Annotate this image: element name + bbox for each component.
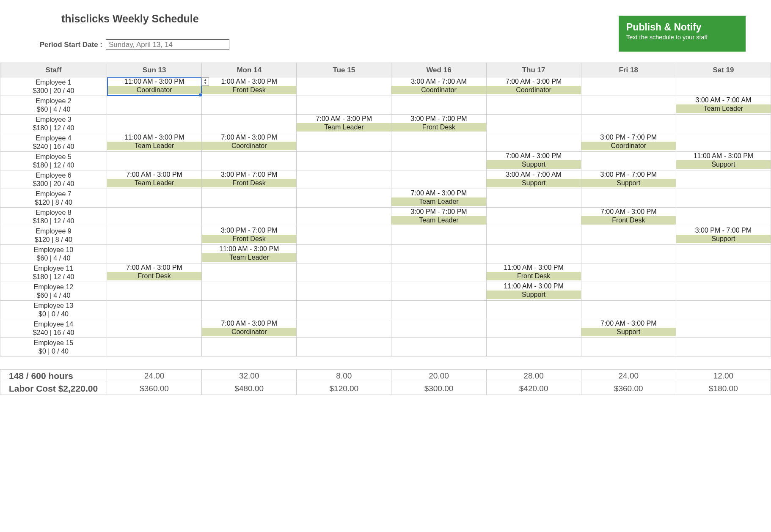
shift-cell[interactable] (581, 152, 676, 170)
shift-cell[interactable]: 3:00 PM - 7:00 PMSupport (676, 226, 771, 245)
employee-cell[interactable]: Employee 9$120 | 8 / 40 (0, 226, 107, 245)
shift-cell[interactable] (391, 226, 486, 245)
employee-cell[interactable]: Employee 12$60 | 4 / 40 (0, 282, 107, 301)
shift-cell[interactable]: 7:00 AM - 3:00 PMTeam Leader (391, 189, 486, 208)
shift-cell[interactable]: 11:00 AM - 3:00 PMSupport (676, 152, 771, 170)
shift-cell[interactable] (107, 245, 202, 263)
shift-cell[interactable]: 7:00 AM - 3:00 PMSupport (581, 319, 676, 338)
shift-cell[interactable] (676, 189, 771, 208)
shift-cell[interactable] (676, 338, 771, 356)
shift-cell[interactable] (391, 152, 486, 170)
employee-cell[interactable]: Employee 13$0 | 0 / 40 (0, 301, 107, 319)
shift-cell[interactable] (107, 226, 202, 245)
shift-cell[interactable] (202, 338, 297, 356)
shift-cell[interactable] (581, 282, 676, 301)
shift-cell[interactable]: 3:00 PM - 7:00 PMFront Desk (391, 115, 486, 133)
shift-cell[interactable] (107, 338, 202, 356)
period-start-input[interactable]: Sunday, April 13, 14 (106, 39, 229, 50)
shift-cell[interactable] (676, 133, 771, 152)
shift-cell[interactable] (676, 319, 771, 338)
shift-cell[interactable] (581, 189, 676, 208)
shift-cell[interactable] (202, 301, 297, 319)
col-fri[interactable]: Fri 18 (581, 63, 676, 77)
shift-cell[interactable] (581, 263, 676, 282)
col-thu[interactable]: Thu 17 (486, 63, 581, 77)
shift-cell[interactable]: 7:00 AM - 3:00 PMCoordinator (202, 319, 297, 338)
shift-cell[interactable] (486, 115, 581, 133)
shift-cell[interactable] (297, 208, 391, 226)
shift-cell[interactable] (297, 226, 391, 245)
shift-cell[interactable] (581, 77, 676, 96)
col-sun[interactable]: Sun 13 (107, 63, 202, 77)
shift-cell[interactable] (107, 208, 202, 226)
shift-cell[interactable] (297, 263, 391, 282)
shift-cell[interactable] (202, 282, 297, 301)
shift-cell[interactable] (676, 245, 771, 263)
shift-cell[interactable] (391, 96, 486, 115)
shift-cell[interactable] (676, 301, 771, 319)
shift-cell[interactable]: 3:00 PM - 7:00 PMSupport (581, 170, 676, 189)
shift-cell[interactable] (486, 338, 581, 356)
shift-cell[interactable] (107, 301, 202, 319)
shift-cell[interactable] (391, 170, 486, 189)
shift-cell[interactable]: 11:00 AM - 3:00 PMSupport (486, 282, 581, 301)
shift-cell[interactable] (391, 133, 486, 152)
shift-cell[interactable] (486, 245, 581, 263)
shift-cell[interactable] (202, 208, 297, 226)
shift-cell[interactable]: 3:00 AM - 7:00 AMCoordinator (391, 77, 486, 96)
shift-cell[interactable]: 3:00 PM - 7:00 PMFront Desk (202, 226, 297, 245)
shift-cell[interactable] (297, 170, 391, 189)
shift-cell[interactable]: 7:00 AM - 3:00 PMFront Desk (581, 208, 676, 226)
shift-cell[interactable]: 1:00 AM - 3:00 PMFront Desk▲▼ (202, 77, 297, 96)
shift-cell[interactable] (676, 170, 771, 189)
shift-cell[interactable]: 3:00 AM - 7:00 AMTeam Leader (676, 96, 771, 115)
shift-cell[interactable] (107, 319, 202, 338)
shift-cell[interactable] (391, 319, 486, 338)
col-staff[interactable]: Staff (0, 63, 107, 77)
shift-cell[interactable] (391, 245, 486, 263)
employee-cell[interactable]: Employee 2$60 | 4 / 40 (0, 96, 107, 115)
shift-cell[interactable] (676, 115, 771, 133)
shift-cell[interactable] (297, 133, 391, 152)
shift-cell[interactable]: 3:00 PM - 7:00 PMCoordinator (581, 133, 676, 152)
shift-cell[interactable] (297, 245, 391, 263)
shift-cell[interactable] (486, 319, 581, 338)
shift-cell[interactable] (202, 263, 297, 282)
shift-cell[interactable]: 11:00 AM - 3:00 PMTeam Leader (107, 133, 202, 152)
shift-cell[interactable] (297, 77, 391, 96)
shift-cell[interactable] (107, 189, 202, 208)
shift-cell[interactable] (676, 208, 771, 226)
employee-cell[interactable]: Employee 10$60 | 4 / 40 (0, 245, 107, 263)
shift-cell[interactable] (581, 226, 676, 245)
shift-cell[interactable] (297, 319, 391, 338)
employee-cell[interactable]: Employee 14$240 | 16 / 40 (0, 319, 107, 338)
shift-cell[interactable]: 3:00 PM - 7:00 PMTeam Leader (391, 208, 486, 226)
shift-cell[interactable] (486, 301, 581, 319)
shift-cell[interactable] (676, 77, 771, 96)
shift-cell[interactable] (581, 338, 676, 356)
shift-cell[interactable] (391, 263, 486, 282)
shift-cell[interactable]: 7:00 AM - 3:00 PMSupport (486, 152, 581, 170)
shift-cell[interactable] (297, 96, 391, 115)
shift-cell[interactable] (581, 115, 676, 133)
shift-cell[interactable]: 3:00 PM - 7:00 PMFront Desk (202, 170, 297, 189)
employee-cell[interactable]: Employee 5$180 | 12 / 40 (0, 152, 107, 170)
employee-cell[interactable]: Employee 11$180 | 12 / 40 (0, 263, 107, 282)
shift-cell[interactable] (107, 152, 202, 170)
shift-cell[interactable] (297, 338, 391, 356)
chevron-down-icon[interactable]: ▼ (204, 82, 207, 85)
shift-cell[interactable] (107, 282, 202, 301)
employee-cell[interactable]: Employee 8$180 | 12 / 40 (0, 208, 107, 226)
shift-cell[interactable] (297, 189, 391, 208)
employee-cell[interactable]: Employee 1$300 | 20 / 40 (0, 77, 107, 96)
shift-cell[interactable] (297, 282, 391, 301)
shift-cell[interactable] (202, 152, 297, 170)
col-mon[interactable]: Mon 14 (202, 63, 297, 77)
shift-cell[interactable]: 3:00 AM - 7:00 AMSupport (486, 170, 581, 189)
shift-cell[interactable] (202, 96, 297, 115)
shift-cell[interactable] (202, 115, 297, 133)
shift-cell[interactable] (202, 189, 297, 208)
time-stepper[interactable]: ▲▼ (201, 77, 209, 86)
shift-cell[interactable] (581, 96, 676, 115)
shift-cell[interactable] (297, 152, 391, 170)
